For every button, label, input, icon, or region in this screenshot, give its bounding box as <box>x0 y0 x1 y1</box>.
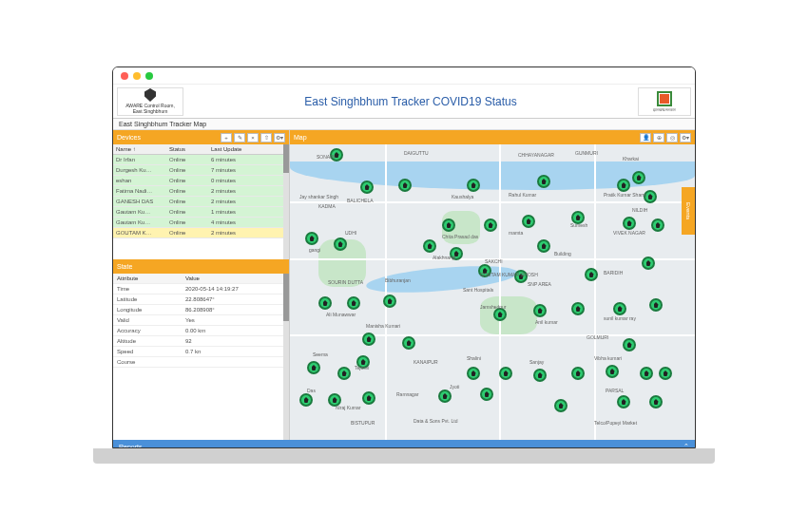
map-marker[interactable] <box>438 390 452 403</box>
map-marker[interactable] <box>318 296 332 310</box>
map-label: GOUTAM KUMAR GHOSH <box>480 272 538 277</box>
map-marker[interactable] <box>649 298 663 312</box>
map-marker[interactable] <box>362 332 375 346</box>
map-marker[interactable] <box>623 217 636 230</box>
state-row: Longitude86.208908° <box>113 305 283 315</box>
map-marker[interactable] <box>493 308 507 321</box>
map-marker[interactable] <box>537 175 550 188</box>
map-marker[interactable] <box>537 239 550 253</box>
map-marker[interactable] <box>617 179 630 192</box>
logo-left: AWARE Control Room, East Singhbhum <box>117 87 183 116</box>
table-row[interactable]: Durgesh Ku…Online7 minutes <box>113 165 283 176</box>
map-label: KADMA <box>318 203 336 209</box>
col-status[interactable]: Status <box>166 144 208 154</box>
map-label: Bibhuranjan <box>385 277 411 283</box>
devices-scrollbar[interactable] <box>283 144 289 259</box>
map-marker[interactable] <box>484 218 497 232</box>
map-marker[interactable] <box>585 268 598 281</box>
table-row[interactable]: GOUTAM K…Online2 minutes <box>113 228 283 238</box>
reports-bar[interactable]: Reports ⌃ <box>113 440 695 448</box>
map-label: BARIDIH <box>604 270 623 276</box>
map-label: BALICHELA <box>347 198 374 203</box>
map-label: CHHAYANAGAR <box>518 152 554 158</box>
map-marker[interactable] <box>334 238 347 251</box>
map-marker[interactable] <box>640 367 653 380</box>
map-marker[interactable] <box>337 367 351 380</box>
map-marker[interactable] <box>606 365 619 378</box>
map-marker[interactable] <box>659 367 672 380</box>
state-row: Course <box>113 357 283 368</box>
col-update[interactable]: Last Update <box>208 144 283 154</box>
map-marker[interactable] <box>360 180 374 194</box>
map-label: Seema <box>313 352 328 357</box>
table-row[interactable]: eshanOnline0 minutes <box>113 176 283 186</box>
col-name[interactable]: Name ↑ <box>113 144 166 154</box>
map-label: Das <box>307 388 316 393</box>
add-button[interactable]: + <box>221 133 232 142</box>
map-marker[interactable] <box>554 399 568 412</box>
settings-button[interactable]: ⚙▾ <box>274 133 285 142</box>
map-canvas[interactable]: SONARIDAIGUTTUCHHAYANAGARGUNMURIKharkaiJ… <box>290 144 695 440</box>
map-label: BISTUPUR <box>351 420 375 426</box>
map-marker[interactable] <box>613 302 626 315</box>
map-marker[interactable] <box>649 395 663 408</box>
map-marker[interactable] <box>398 179 412 192</box>
state-row: ValidYes <box>113 315 283 326</box>
map-pet-button[interactable]: ⊕ <box>653 133 664 142</box>
map-marker[interactable] <box>383 294 396 308</box>
map-marker[interactable] <box>533 369 547 382</box>
map-label: Pratik Kumar Sharm <box>604 192 646 198</box>
map-marker[interactable] <box>307 361 320 374</box>
map-marker[interactable] <box>467 367 480 380</box>
table-row[interactable]: Fatima Nadi…Online2 minutes <box>113 186 283 197</box>
map-marker[interactable] <box>571 367 585 380</box>
delete-button[interactable]: × <box>247 133 259 142</box>
map-label: DAIGUTTU <box>404 150 429 156</box>
map-marker[interactable] <box>617 395 630 408</box>
map-marker[interactable] <box>533 304 547 317</box>
upload-button[interactable]: ⇧ <box>260 133 272 142</box>
state-row: Time2020-05-14 14:19:27 <box>113 284 283 294</box>
table-row[interactable]: Dr IrfanOnline6 minutes <box>113 155 283 165</box>
map-marker[interactable] <box>480 388 493 401</box>
map-label: Kharkai <box>623 156 639 162</box>
map-marker[interactable] <box>362 391 375 405</box>
map-label: Chita Prasad das <box>442 234 478 239</box>
map-user-button[interactable]: 👤 <box>640 133 651 142</box>
content-area: Devices + ✎ × ⇧ ⚙▾ Name ↑ Status Last Up… <box>113 130 695 440</box>
map-marker[interactable] <box>423 239 436 253</box>
map-label: Jamshedpur <box>480 304 507 310</box>
map-label: Niraj Kumar <box>336 405 360 410</box>
map-marker[interactable] <box>571 302 585 315</box>
map-label: Sumesh <box>570 222 587 228</box>
map-marker[interactable] <box>499 367 512 380</box>
map-marker[interactable] <box>467 179 480 192</box>
map-marker[interactable] <box>442 218 455 232</box>
map-settings-button[interactable]: ⚙▾ <box>680 133 691 142</box>
edit-button[interactable]: ✎ <box>234 133 245 142</box>
state-title: State <box>117 263 132 270</box>
map-marker[interactable] <box>402 336 415 350</box>
map-marker[interactable] <box>347 296 360 310</box>
table-row[interactable]: Gautam Ku…Online4 minutes <box>113 218 283 228</box>
shield-icon <box>144 88 156 102</box>
maximize-icon[interactable] <box>145 72 153 80</box>
page-title: East Singhbhum Tracker COVID19 Status <box>183 95 638 108</box>
map-locate-button[interactable]: ◎ <box>666 133 678 142</box>
map-label: Building <box>554 251 571 256</box>
map-label: Manisha Kumari <box>366 323 400 329</box>
table-row[interactable]: Gautam Ku…Online1 minutes <box>113 207 283 218</box>
map-marker[interactable] <box>522 215 535 228</box>
map-marker[interactable] <box>632 171 645 184</box>
minimize-icon[interactable] <box>133 72 141 80</box>
events-tab[interactable]: Events <box>682 187 695 235</box>
close-icon[interactable] <box>121 72 128 80</box>
map-label: Telco/Popeyi Market <box>594 420 637 426</box>
map-marker[interactable] <box>299 393 313 407</box>
map-marker[interactable] <box>651 218 664 232</box>
state-scrollbar[interactable] <box>283 274 289 440</box>
table-row[interactable]: GANESH DASOnline2 minutes <box>113 197 283 207</box>
map-marker[interactable] <box>623 338 636 352</box>
map-marker[interactable] <box>305 232 318 245</box>
map-marker[interactable] <box>642 256 655 270</box>
